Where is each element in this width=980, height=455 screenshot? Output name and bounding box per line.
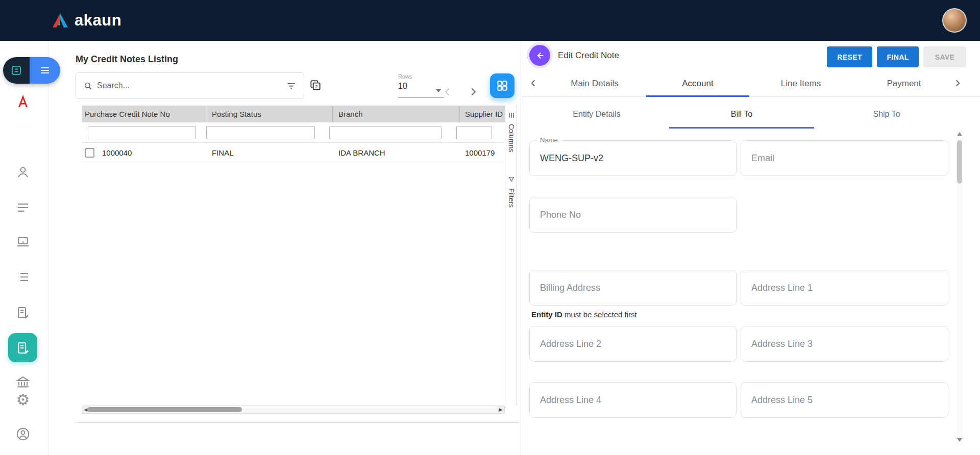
list-icon (15, 200, 31, 215)
svg-text:2: 2 (315, 84, 317, 89)
filter-input-credit-note-no[interactable] (88, 126, 196, 139)
sidebar-item-settings[interactable]: ⚙ (15, 392, 31, 408)
listing-title: My Credit Notes Listing (76, 54, 178, 65)
laptop-icon (15, 234, 31, 249)
search-input[interactable] (97, 81, 286, 90)
sidebar-item-ledger[interactable] (15, 269, 31, 285)
address-line-1-input[interactable] (741, 270, 948, 305)
subtab-ship-to[interactable]: Ship To (814, 100, 959, 129)
search-icon (83, 81, 93, 91)
duplicate-view-button[interactable]: 2 (308, 79, 323, 93)
edit-credit-note-panel: Edit Credit Note RESET FINAL SAVE Main D… (521, 41, 980, 455)
address-line-3-input[interactable] (741, 326, 948, 361)
phone-input[interactable] (530, 197, 736, 232)
scroll-down-arrow-icon[interactable] (957, 438, 962, 442)
table-row[interactable]: 1000040 FINAL IDA BRANCH 1000179 (82, 143, 505, 163)
chevron-left-icon (528, 78, 539, 89)
tab-account[interactable]: Account (646, 70, 749, 97)
editor-title: Edit Credit Note (558, 45, 619, 66)
columns-strip-button[interactable]: Columns (507, 124, 516, 152)
editor-tabs: Main Details Account Line Items Payment (543, 70, 955, 97)
topbar: akaun (0, 0, 980, 41)
rows-per-page-select[interactable]: Rows 10 (398, 73, 444, 98)
copy-pages-icon: 2 (309, 79, 322, 92)
sidebar-item-contacts[interactable] (15, 165, 31, 180)
back-arrow-icon (534, 50, 546, 61)
sidebar-expand-toggle[interactable] (30, 57, 60, 84)
chevron-right-icon (952, 78, 963, 89)
listing-search-box (76, 72, 304, 99)
sidebar-item-profile[interactable] (15, 426, 31, 442)
filter-list-icon[interactable] (286, 81, 297, 91)
akaun-app-badge (3, 57, 30, 84)
email-input[interactable] (741, 141, 948, 175)
rows-value: 10 (398, 82, 407, 91)
user-avatar[interactable] (942, 8, 967, 33)
tab-main-details[interactable]: Main Details (543, 70, 646, 97)
filter-input-supplier-id[interactable] (456, 126, 492, 139)
tab-payment[interactable]: Payment (852, 70, 955, 97)
sidebar-item-credit-notes-active[interactable] (8, 333, 37, 362)
final-button[interactable]: FINAL (877, 46, 919, 67)
back-button[interactable] (529, 45, 550, 66)
sidebar-item-bank[interactable] (15, 374, 31, 390)
vertical-scrollbar-thumb[interactable] (957, 140, 962, 184)
helper-rest: must be selected first (562, 310, 637, 319)
filters-strip-button[interactable]: Filters (507, 188, 516, 208)
vertical-scrollbar[interactable] (956, 130, 963, 444)
horizontal-scrollbar[interactable]: ◀ ▶ (82, 406, 505, 414)
sidebar-item-listing[interactable] (15, 200, 31, 215)
address-line-2-input[interactable] (530, 326, 736, 361)
sidebar-app-toggle[interactable] (3, 57, 60, 84)
save-button[interactable]: SAVE (923, 46, 966, 67)
tabs-scroll-right-button[interactable] (951, 78, 964, 90)
column-header-posting-status[interactable]: Posting Status (206, 106, 333, 122)
name-input[interactable] (530, 141, 736, 175)
billing-address-input[interactable] (530, 270, 736, 305)
filter-input-branch[interactable] (329, 126, 442, 139)
sidebar-item-documents[interactable] (15, 305, 31, 320)
reset-button[interactable]: RESET (827, 46, 872, 67)
cell-supplier-id: 1000179 (460, 148, 505, 157)
pdf-icon (15, 94, 31, 110)
address-line-2-field (529, 326, 737, 362)
subtab-entity-details[interactable]: Entity Details (524, 100, 669, 129)
scroll-up-arrow-icon[interactable] (957, 132, 962, 136)
address-line-5-input[interactable] (741, 383, 948, 417)
editor-tabbar: Main Details Account Line Items Payment (521, 70, 980, 97)
columns-icon[interactable] (508, 112, 515, 119)
app-screen: akaun (0, 0, 980, 455)
sidebar: ⚙ (0, 41, 48, 455)
horizontal-scrollbar-thumb[interactable] (87, 407, 242, 412)
bank-icon (15, 374, 31, 390)
tabs-scroll-left-button[interactable] (527, 78, 540, 90)
column-header-supplier-id[interactable]: Supplier ID (460, 106, 505, 122)
menu-toggle-icon (39, 64, 51, 77)
chevron-right-icon (467, 85, 480, 98)
funnel-icon[interactable] (508, 176, 515, 183)
cell-credit-note-no: 1000040 (102, 148, 132, 157)
column-header-credit-note-no[interactable]: Purchase Credit Note No (82, 106, 206, 122)
scroll-right-arrow-icon[interactable]: ▶ (497, 406, 504, 413)
pagination-next-button[interactable] (465, 84, 481, 100)
pagination-prev-button[interactable] (439, 84, 456, 100)
app-badge-icon (10, 64, 23, 77)
address-line-5-field (741, 382, 948, 418)
apps-grid-button[interactable] (490, 73, 514, 98)
row-checkbox[interactable] (85, 148, 94, 158)
table-filter-row (82, 122, 505, 143)
subtab-bill-to[interactable]: Bill To (669, 100, 814, 129)
sidebar-item-pos[interactable] (15, 234, 31, 249)
cell-posting-status: FINAL (206, 148, 333, 157)
address-line-4-input[interactable] (530, 383, 736, 417)
filter-input-posting-status[interactable] (206, 126, 315, 139)
profile-icon (15, 426, 31, 442)
address-line-4-field (529, 382, 737, 418)
logo-text: akaun (75, 11, 121, 30)
grid-icon (496, 79, 509, 92)
table-header-row: Purchase Credit Note No Posting Status B… (82, 106, 505, 122)
column-header-branch[interactable]: Branch (333, 106, 460, 122)
sidebar-item-pdf[interactable] (15, 94, 31, 110)
person-icon (15, 165, 31, 180)
tab-line-items[interactable]: Line Items (749, 70, 852, 97)
